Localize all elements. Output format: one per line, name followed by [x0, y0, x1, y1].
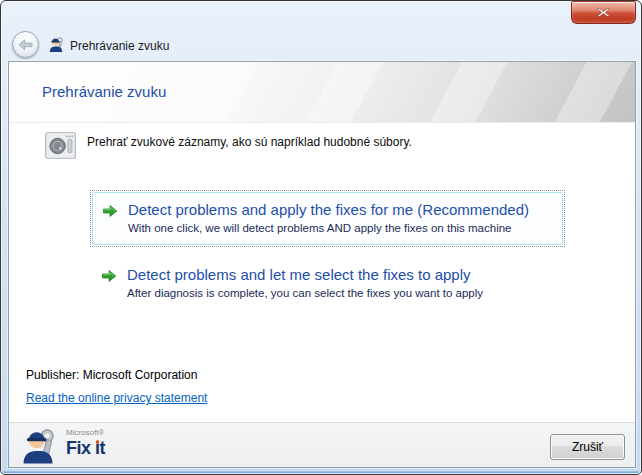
cancel-button[interactable]: Zrušiť — [550, 434, 625, 460]
green-arrow-icon — [102, 203, 118, 219]
footer-bar: Microsoft® Fix it Zrušiť — [9, 422, 635, 467]
titlebar[interactable] — [1, 1, 641, 29]
fixit-mascot-icon — [47, 35, 65, 53]
fixit-mascot-icon — [17, 424, 59, 466]
option-auto-fix[interactable]: Detect problems and apply the fixes for … — [90, 190, 565, 247]
green-arrow-icon — [101, 268, 117, 284]
privacy-statement-link[interactable]: Read the online privacy statement — [26, 391, 207, 405]
page-title: Prehrávanie zvuku — [42, 83, 166, 100]
option-title: Detect problems and let me select the fi… — [127, 265, 483, 285]
close-icon — [597, 7, 610, 18]
option-title: Detect problems and apply the fixes for … — [128, 200, 529, 220]
back-arrow-icon — [18, 39, 33, 51]
brand-fixit-label: Fix it — [66, 438, 105, 459]
brand-microsoft-label: Microsoft® — [66, 428, 105, 437]
troubleshooter-description: Prehrať zvukové záznamy, ako sú napríkla… — [45, 130, 412, 161]
option-subtitle: With one click, we will detect problems … — [128, 221, 529, 236]
speaker-window-icon — [45, 130, 76, 161]
publisher-label: Publisher: Microsoft Corporation — [26, 368, 197, 382]
nav-breadcrumb-title: Prehrávanie zvuku — [70, 39, 169, 53]
back-button[interactable] — [12, 31, 39, 58]
close-button[interactable] — [571, 1, 636, 24]
option-subtitle: After diagnosis is complete, you can sel… — [127, 286, 483, 301]
description-text: Prehrať zvukové záznamy, ako sú napríkla… — [87, 130, 412, 149]
fixit-brand: Microsoft® Fix it — [66, 428, 105, 459]
option-select-fixes[interactable]: Detect problems and let me select the fi… — [92, 258, 563, 309]
page-header: Prehrávanie zvuku — [9, 62, 635, 123]
troubleshooter-window: Prehrávanie zvuku Prehrávanie zvuku Preh… — [0, 0, 642, 475]
content-frame: Prehrávanie zvuku Prehrať zvukové záznam… — [8, 61, 636, 468]
